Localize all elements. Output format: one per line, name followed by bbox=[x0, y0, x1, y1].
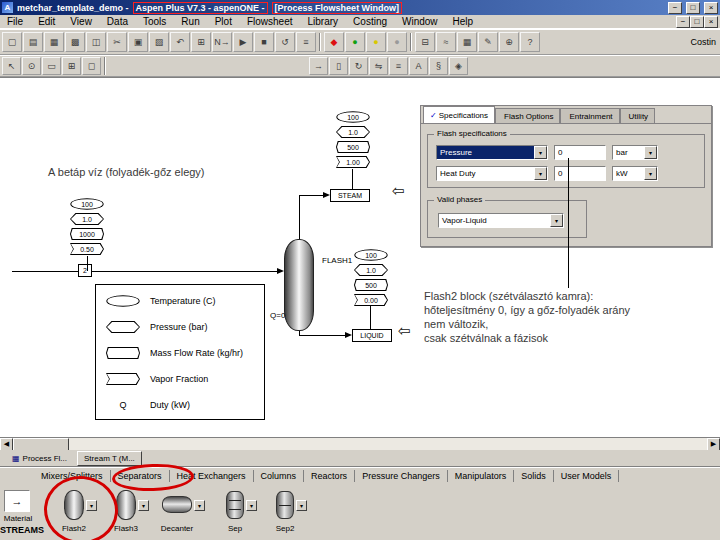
print-icon[interactable]: ▩ bbox=[65, 32, 85, 52]
scroll-right-icon[interactable]: ▶ bbox=[707, 438, 720, 451]
tab-process-flowsheet[interactable]: ▦ Process Fl... bbox=[6, 451, 73, 466]
feed-vapor-fraction-value[interactable]: 0.50 bbox=[70, 243, 104, 255]
copy-icon[interactable]: ▣ bbox=[128, 32, 148, 52]
select-mode-icon[interactable]: ↖ bbox=[2, 57, 21, 75]
model-library-tab[interactable]: Manipulators bbox=[448, 470, 515, 482]
print-preview-icon[interactable]: ◫ bbox=[86, 32, 106, 52]
decanter-dropdown-icon[interactable]: ▾ bbox=[194, 500, 205, 511]
rotate-icon[interactable]: ↻ bbox=[349, 57, 368, 75]
model-library-tab[interactable]: Reactors bbox=[304, 470, 355, 482]
status-ok-icon[interactable]: ● bbox=[345, 32, 365, 52]
sep-model-label[interactable]: Sep bbox=[218, 524, 252, 533]
stop-icon[interactable]: ■ bbox=[254, 32, 274, 52]
insert-block-icon[interactable]: ▯ bbox=[329, 57, 348, 75]
maximize-button[interactable]: □ bbox=[686, 2, 700, 14]
pan-icon[interactable]: ⊙ bbox=[22, 57, 41, 75]
paste-icon[interactable]: ▨ bbox=[149, 32, 169, 52]
reinitialize-icon[interactable]: ↺ bbox=[275, 32, 295, 52]
status-warning-icon[interactable]: ● bbox=[366, 32, 386, 52]
cut-icon[interactable]: ✂ bbox=[107, 32, 127, 52]
align-icon[interactable]: ≡ bbox=[389, 57, 408, 75]
form-tab[interactable]: Utility bbox=[620, 108, 656, 123]
sep2-model-icon[interactable] bbox=[276, 491, 294, 519]
scroll-left-icon[interactable]: ◀ bbox=[0, 438, 13, 451]
liquid-flow-value[interactable]: 500 bbox=[354, 279, 388, 291]
save-icon[interactable]: ▦ bbox=[44, 32, 64, 52]
costing-toolbar-label[interactable]: Costin bbox=[690, 37, 718, 47]
flip-horizontal-icon[interactable]: ⇋ bbox=[369, 57, 388, 75]
decanter-model-label[interactable]: Decanter bbox=[154, 524, 200, 533]
model-library-tab[interactable]: User Models bbox=[554, 470, 620, 482]
undo-icon[interactable]: ↶ bbox=[170, 32, 190, 52]
chevron-down-icon[interactable]: ▾ bbox=[644, 167, 657, 180]
menu-item[interactable]: File bbox=[0, 15, 30, 29]
chevron-down-icon[interactable]: ▾ bbox=[644, 146, 657, 159]
model-library-tab[interactable]: Solids bbox=[514, 470, 554, 482]
mdi-close-button[interactable]: × bbox=[704, 16, 718, 28]
spec2-value-input[interactable]: 0 bbox=[554, 166, 606, 181]
plot-icon[interactable]: ≈ bbox=[436, 32, 456, 52]
page-break-icon[interactable]: ◻ bbox=[82, 57, 101, 75]
next-input-icon[interactable]: N→ bbox=[212, 32, 232, 52]
label-icon[interactable]: A bbox=[409, 57, 428, 75]
liquid-temperature-value[interactable]: 100 bbox=[354, 249, 388, 261]
menu-item[interactable]: Run bbox=[174, 15, 206, 29]
tab-stream-table[interactable]: Stream T (M... bbox=[77, 451, 142, 466]
steam-pressure-value[interactable]: 1.0 bbox=[336, 126, 370, 138]
feed-pressure-value[interactable]: 1.0 bbox=[70, 213, 104, 225]
zoom-area-icon[interactable]: ▭ bbox=[42, 57, 61, 75]
streams-label[interactable]: STREAMS bbox=[0, 525, 40, 535]
flash3-dropdown-icon[interactable]: ▾ bbox=[138, 500, 149, 511]
material-stream-button[interactable]: → bbox=[4, 490, 30, 512]
menu-item[interactable]: Plot bbox=[208, 15, 239, 29]
flash3-model-icon[interactable] bbox=[116, 490, 136, 520]
liquid-vapor-fraction-value[interactable]: 0.00 bbox=[354, 294, 388, 306]
menu-item[interactable]: Library bbox=[301, 15, 346, 29]
control-panel-icon[interactable]: ≡ bbox=[296, 32, 316, 52]
steam-vapor-fraction-value[interactable]: 1.00 bbox=[336, 156, 370, 168]
chevron-down-icon[interactable]: ▾ bbox=[534, 167, 547, 180]
feed-flow-value[interactable]: 1000 bbox=[70, 228, 104, 240]
new-icon[interactable]: ▢ bbox=[2, 32, 22, 52]
form-tab[interactable]: Entrainment bbox=[560, 108, 619, 123]
menu-item[interactable]: View bbox=[63, 15, 99, 29]
spec1-type-select[interactable]: Pressure ▾ bbox=[436, 145, 548, 160]
legend-box[interactable]: Temperature (C) Pressure (bar) Mass Flow… bbox=[95, 284, 265, 420]
data-browser-icon[interactable]: ⊞ bbox=[191, 32, 211, 52]
steam-stream-label[interactable]: STEAM bbox=[330, 189, 370, 202]
zoom-icon[interactable]: ⊕ bbox=[499, 32, 519, 52]
form-tab[interactable]: Flash Options bbox=[495, 108, 560, 123]
minimize-button[interactable]: − bbox=[668, 2, 682, 14]
valid-phases-select[interactable]: Vapor-Liquid ▾ bbox=[438, 213, 564, 228]
status-neutral-icon[interactable]: ● bbox=[387, 32, 407, 52]
mdi-minimize-button[interactable]: − bbox=[676, 16, 690, 28]
table-icon[interactable]: ▦ bbox=[457, 32, 477, 52]
menu-item[interactable]: Edit bbox=[31, 15, 62, 29]
sep2-model-label[interactable]: Sep2 bbox=[268, 524, 302, 533]
status-error-icon[interactable]: ◆ bbox=[324, 32, 344, 52]
menu-item[interactable]: Tools bbox=[136, 15, 173, 29]
horizontal-scrollbar[interactable]: ◀ ▶ bbox=[0, 437, 720, 450]
mdi-restore-button[interactable]: □ bbox=[690, 16, 704, 28]
spec1-value-input[interactable]: 0 bbox=[554, 145, 606, 160]
insert-stream-icon[interactable]: → bbox=[309, 57, 328, 75]
section-icon[interactable]: § bbox=[429, 57, 448, 75]
model-library-tab[interactable]: Pressure Changers bbox=[355, 470, 448, 482]
menu-item[interactable]: Window bbox=[395, 15, 445, 29]
view-options-icon[interactable]: ◈ bbox=[449, 57, 468, 75]
sep2-dropdown-icon[interactable]: ▾ bbox=[296, 500, 307, 511]
scrollbar-thumb[interactable] bbox=[13, 438, 69, 451]
sep-dropdown-icon[interactable]: ▾ bbox=[246, 500, 257, 511]
flash-block[interactable] bbox=[284, 239, 314, 331]
menu-item[interactable]: Help bbox=[446, 15, 481, 29]
decanter-model-icon[interactable] bbox=[162, 496, 192, 513]
menu-item[interactable]: Data bbox=[100, 15, 135, 29]
open-icon[interactable]: ▤ bbox=[23, 32, 43, 52]
chevron-down-icon[interactable]: ▾ bbox=[534, 146, 547, 159]
spec2-type-select[interactable]: Heat Duty ▾ bbox=[436, 166, 548, 181]
close-button[interactable]: × bbox=[704, 2, 718, 14]
form-tab[interactable]: ✓ Specifications bbox=[423, 106, 495, 123]
menu-item[interactable]: Costing bbox=[346, 15, 394, 29]
stream-results-icon[interactable]: ⊟ bbox=[415, 32, 435, 52]
spec1-unit-select[interactable]: bar ▾ bbox=[612, 145, 658, 160]
